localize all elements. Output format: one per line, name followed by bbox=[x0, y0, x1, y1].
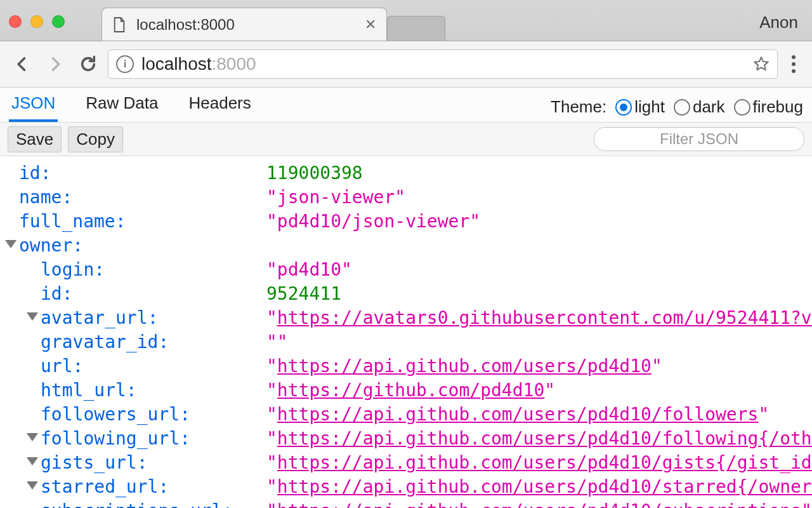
filter-input[interactable]: Filter JSON bbox=[594, 127, 804, 151]
browser-toolbar: i localhost:8000 bbox=[0, 41, 812, 88]
theme-option-light[interactable]: light bbox=[615, 97, 665, 117]
radio-icon bbox=[674, 99, 690, 116]
expand-toggle-icon[interactable] bbox=[5, 240, 16, 248]
json-key[interactable]: url: bbox=[41, 354, 266, 378]
json-key[interactable]: gravatar_id: bbox=[41, 330, 266, 354]
theme-option-firebug[interactable]: firebug bbox=[734, 97, 804, 117]
json-row: id:9524411 bbox=[0, 282, 812, 306]
tab-rawdata[interactable]: Raw Data bbox=[83, 87, 160, 122]
json-tree: id:119000398name:"json-viewer"full_name:… bbox=[0, 156, 812, 508]
json-key[interactable]: name: bbox=[19, 185, 266, 210]
tab-headers[interactable]: Headers bbox=[187, 87, 254, 122]
json-key[interactable]: starred_url: bbox=[41, 475, 266, 499]
json-row: subscriptions_url:"https://api.github.co… bbox=[0, 499, 812, 508]
profile-label[interactable]: Anon bbox=[759, 13, 798, 32]
json-value[interactable]: "https://api.github.com/users/pd4d10/sta… bbox=[266, 475, 812, 499]
json-key[interactable]: following_url: bbox=[41, 427, 266, 451]
json-key[interactable]: followers_url: bbox=[41, 403, 266, 427]
json-key[interactable]: owner: bbox=[19, 234, 266, 258]
site-info-icon[interactable]: i bbox=[116, 55, 134, 73]
json-value: "" bbox=[266, 330, 812, 354]
reload-button[interactable] bbox=[75, 51, 102, 77]
json-key[interactable]: gists_url: bbox=[41, 451, 266, 475]
browser-tab[interactable]: localhost:8000 ✕ bbox=[102, 8, 387, 41]
json-row: avatar_url:"https://avatars0.githubuserc… bbox=[0, 306, 812, 330]
radio-icon bbox=[734, 99, 750, 116]
tab-title: localhost:8000 bbox=[136, 16, 355, 34]
close-window-button[interactable] bbox=[9, 15, 22, 28]
address-bar[interactable]: i localhost:8000 bbox=[108, 50, 778, 79]
json-key[interactable]: id: bbox=[41, 282, 266, 306]
theme-switcher: Theme: light dark firebug bbox=[551, 97, 803, 122]
maximize-window-button[interactable] bbox=[52, 15, 65, 28]
json-value: "pd4d10/json-viewer" bbox=[266, 210, 812, 234]
json-value[interactable]: "https://api.github.com/users/pd4d10/sub… bbox=[266, 499, 812, 508]
expand-toggle-icon[interactable] bbox=[27, 457, 38, 465]
minimize-window-button[interactable] bbox=[30, 15, 43, 28]
json-value: "json-viewer" bbox=[266, 185, 812, 210]
json-value: 9524411 bbox=[266, 282, 812, 306]
radio-icon bbox=[615, 99, 632, 116]
json-row: owner: bbox=[0, 234, 812, 258]
json-row: followers_url:"https://api.github.com/us… bbox=[0, 403, 812, 427]
new-tab-button[interactable] bbox=[387, 16, 445, 41]
json-row: full_name:"pd4d10/json-viewer" bbox=[0, 210, 812, 234]
json-value: 119000398 bbox=[266, 161, 812, 185]
forward-button[interactable] bbox=[42, 51, 69, 77]
json-key[interactable]: avatar_url: bbox=[41, 306, 266, 330]
expand-toggle-icon[interactable] bbox=[27, 481, 38, 490]
json-row: name:"json-viewer" bbox=[0, 185, 812, 210]
expand-toggle-icon[interactable] bbox=[27, 312, 38, 321]
json-row: html_url:"https://github.com/pd4d10" bbox=[0, 378, 812, 403]
copy-button[interactable]: Copy bbox=[68, 126, 123, 152]
json-value[interactable]: "https://api.github.com/users/pd4d10" bbox=[266, 354, 812, 378]
json-row: id:119000398 bbox=[0, 161, 812, 185]
json-value[interactable]: "https://api.github.com/users/pd4d10/fol… bbox=[266, 427, 812, 451]
save-button[interactable]: Save bbox=[8, 126, 62, 152]
viewer-tabs: JSON Raw Data Headers Theme: light dark … bbox=[0, 88, 812, 123]
json-row: following_url:"https://api.github.com/us… bbox=[0, 427, 812, 451]
json-key[interactable]: full_name: bbox=[19, 210, 266, 234]
json-row: gists_url:"https://api.github.com/users/… bbox=[0, 451, 812, 475]
json-row: url:"https://api.github.com/users/pd4d10… bbox=[0, 354, 812, 378]
json-value[interactable]: "https://api.github.com/users/pd4d10/fol… bbox=[266, 403, 812, 427]
window-controls bbox=[9, 15, 65, 28]
json-value[interactable]: "https://github.com/pd4d10" bbox=[266, 378, 812, 403]
url-text: localhost:8000 bbox=[141, 54, 256, 74]
json-row: gravatar_id:"" bbox=[0, 330, 812, 354]
theme-label: Theme: bbox=[551, 97, 606, 117]
json-key[interactable]: html_url: bbox=[41, 378, 266, 403]
viewer-actions: Save Copy Filter JSON bbox=[0, 123, 812, 156]
back-button[interactable] bbox=[9, 51, 36, 77]
json-key[interactable]: login: bbox=[41, 258, 266, 282]
json-value[interactable]: "https://avatars0.githubusercontent.com/… bbox=[266, 306, 812, 330]
bookmark-star-icon[interactable] bbox=[753, 56, 769, 72]
json-row: login:"pd4d10" bbox=[0, 258, 812, 282]
window-titlebar: localhost:8000 ✕ Anon bbox=[0, 0, 812, 41]
json-key[interactable]: id: bbox=[19, 161, 266, 185]
json-key[interactable]: subscriptions_url: bbox=[41, 499, 266, 508]
filter-placeholder: Filter JSON bbox=[660, 130, 738, 148]
close-tab-icon[interactable]: ✕ bbox=[365, 17, 376, 33]
tab-json[interactable]: JSON bbox=[9, 87, 58, 122]
json-value[interactable]: "https://api.github.com/users/pd4d10/gis… bbox=[266, 451, 812, 475]
file-icon bbox=[112, 17, 126, 33]
menu-button[interactable] bbox=[784, 55, 803, 73]
json-value: "pd4d10" bbox=[266, 258, 812, 282]
expand-toggle-icon[interactable] bbox=[27, 433, 38, 441]
json-row: starred_url:"https://api.github.com/user… bbox=[0, 475, 812, 499]
theme-option-dark[interactable]: dark bbox=[674, 97, 725, 117]
